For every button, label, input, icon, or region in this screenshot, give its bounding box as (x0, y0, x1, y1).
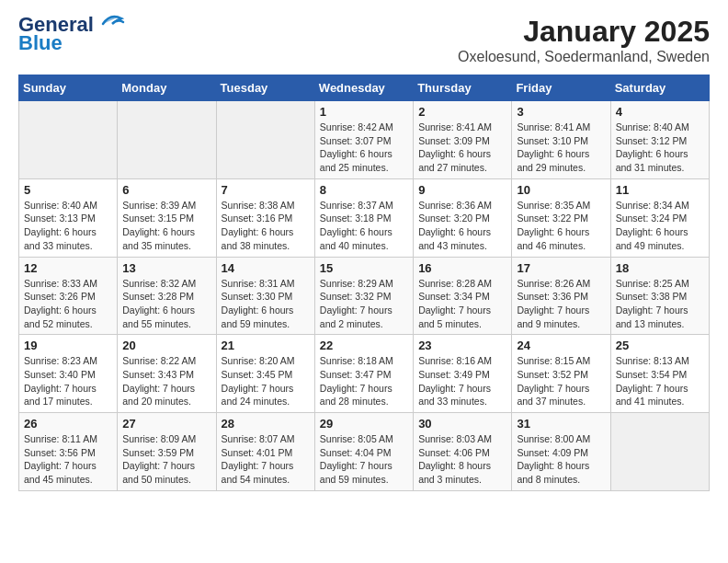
calendar-cell: 6Sunrise: 8:39 AM Sunset: 3:15 PM Daylig… (118, 178, 216, 257)
day-info: Sunrise: 8:25 AM Sunset: 3:38 PM Dayligh… (616, 277, 704, 331)
calendar-cell: 12Sunrise: 8:33 AM Sunset: 3:26 PM Dayli… (19, 257, 118, 335)
day-number: 4 (616, 105, 704, 119)
calendar-cell: 18Sunrise: 8:25 AM Sunset: 3:38 PM Dayli… (610, 257, 709, 335)
day-number: 30 (418, 417, 506, 431)
calendar-week-3: 12Sunrise: 8:33 AM Sunset: 3:26 PM Dayli… (19, 257, 710, 335)
day-info: Sunrise: 8:23 AM Sunset: 3:40 PM Dayligh… (24, 354, 112, 408)
calendar-cell: 23Sunrise: 8:16 AM Sunset: 3:49 PM Dayli… (414, 335, 512, 413)
calendar-week-1: 1Sunrise: 8:42 AM Sunset: 3:07 PM Daylig… (19, 101, 710, 179)
day-number: 26 (24, 417, 112, 431)
page-title: January 2025 (458, 15, 710, 49)
day-info: Sunrise: 8:34 AM Sunset: 3:24 PM Dayligh… (616, 199, 704, 253)
day-number: 6 (122, 183, 210, 197)
calendar-week-2: 5Sunrise: 8:40 AM Sunset: 3:13 PM Daylig… (19, 178, 710, 257)
day-info: Sunrise: 8:28 AM Sunset: 3:34 PM Dayligh… (418, 277, 506, 331)
weekday-header-thursday: Thursday (414, 75, 512, 101)
day-info: Sunrise: 8:20 AM Sunset: 3:45 PM Dayligh… (222, 354, 310, 408)
day-info: Sunrise: 8:32 AM Sunset: 3:28 PM Dayligh… (122, 277, 210, 331)
calendar-week-5: 26Sunrise: 8:11 AM Sunset: 3:56 PM Dayli… (19, 413, 710, 491)
page-subtitle: Oxeloesund, Soedermanland, Sweden (458, 49, 710, 65)
day-info: Sunrise: 8:42 AM Sunset: 3:07 PM Dayligh… (320, 121, 408, 175)
day-number: 8 (320, 183, 408, 197)
weekday-header-tuesday: Tuesday (216, 75, 314, 101)
day-info: Sunrise: 8:41 AM Sunset: 3:10 PM Dayligh… (517, 121, 605, 175)
day-number: 14 (222, 261, 310, 275)
day-number: 13 (122, 261, 210, 275)
day-info: Sunrise: 8:09 AM Sunset: 3:59 PM Dayligh… (122, 432, 210, 487)
day-info: Sunrise: 8:35 AM Sunset: 3:22 PM Dayligh… (517, 199, 605, 253)
day-number: 27 (122, 417, 210, 431)
day-info: Sunrise: 8:13 AM Sunset: 3:54 PM Dayligh… (616, 354, 704, 408)
day-number: 5 (24, 183, 112, 197)
day-number: 2 (418, 105, 506, 119)
calendar-cell: 25Sunrise: 8:13 AM Sunset: 3:54 PM Dayli… (610, 335, 709, 413)
title-area: January 2025 Oxeloesund, Soedermanland, … (458, 15, 710, 65)
day-number: 31 (517, 417, 605, 431)
day-info: Sunrise: 8:05 AM Sunset: 4:04 PM Dayligh… (320, 432, 408, 487)
day-number: 23 (418, 339, 506, 352)
day-info: Sunrise: 8:00 AM Sunset: 4:09 PM Dayligh… (517, 432, 605, 487)
day-info: Sunrise: 8:15 AM Sunset: 3:52 PM Dayligh… (517, 354, 605, 408)
calendar-cell: 7Sunrise: 8:38 AM Sunset: 3:16 PM Daylig… (216, 178, 314, 257)
day-number: 17 (517, 261, 605, 275)
day-number: 11 (616, 183, 704, 197)
logo: General Blue (18, 15, 125, 55)
calendar-cell: 29Sunrise: 8:05 AM Sunset: 4:04 PM Dayli… (314, 413, 413, 491)
calendar-cell: 8Sunrise: 8:37 AM Sunset: 3:18 PM Daylig… (314, 178, 413, 257)
day-number: 18 (616, 261, 704, 275)
calendar-cell: 26Sunrise: 8:11 AM Sunset: 3:56 PM Dayli… (19, 413, 118, 491)
calendar-cell: 19Sunrise: 8:23 AM Sunset: 3:40 PM Dayli… (19, 335, 118, 413)
calendar-cell (610, 413, 709, 491)
weekday-header-row: SundayMondayTuesdayWednesdayThursdayFrid… (19, 75, 710, 101)
day-number: 3 (517, 105, 605, 119)
calendar-cell: 17Sunrise: 8:26 AM Sunset: 3:36 PM Dayli… (512, 257, 610, 335)
day-number: 7 (222, 183, 310, 197)
day-number: 25 (616, 339, 704, 352)
calendar-cell: 22Sunrise: 8:18 AM Sunset: 3:47 PM Dayli… (314, 335, 413, 413)
weekday-header-wednesday: Wednesday (314, 75, 413, 101)
logo-bird-icon (96, 11, 125, 31)
day-info: Sunrise: 8:03 AM Sunset: 4:06 PM Dayligh… (418, 432, 506, 487)
day-info: Sunrise: 8:29 AM Sunset: 3:32 PM Dayligh… (320, 277, 408, 331)
calendar-cell: 2Sunrise: 8:41 AM Sunset: 3:09 PM Daylig… (414, 101, 512, 179)
day-number: 10 (517, 183, 605, 197)
calendar-cell: 16Sunrise: 8:28 AM Sunset: 3:34 PM Dayli… (414, 257, 512, 335)
logo-blue-text: Blue (18, 31, 63, 55)
calendar-cell (118, 101, 216, 179)
day-info: Sunrise: 8:26 AM Sunset: 3:36 PM Dayligh… (517, 277, 605, 331)
day-number: 19 (24, 339, 112, 352)
calendar-table: SundayMondayTuesdayWednesdayThursdayFrid… (18, 75, 710, 491)
calendar-cell: 1Sunrise: 8:42 AM Sunset: 3:07 PM Daylig… (314, 101, 413, 179)
calendar-cell: 24Sunrise: 8:15 AM Sunset: 3:52 PM Dayli… (512, 335, 610, 413)
day-number: 1 (320, 105, 408, 119)
day-number: 16 (418, 261, 506, 275)
day-number: 15 (320, 261, 408, 275)
calendar-cell: 5Sunrise: 8:40 AM Sunset: 3:13 PM Daylig… (19, 178, 118, 257)
calendar-week-4: 19Sunrise: 8:23 AM Sunset: 3:40 PM Dayli… (19, 335, 710, 413)
day-info: Sunrise: 8:39 AM Sunset: 3:15 PM Dayligh… (122, 199, 210, 253)
calendar-cell: 11Sunrise: 8:34 AM Sunset: 3:24 PM Dayli… (610, 178, 709, 257)
calendar-cell: 27Sunrise: 8:09 AM Sunset: 3:59 PM Dayli… (118, 413, 216, 491)
calendar-cell: 3Sunrise: 8:41 AM Sunset: 3:10 PM Daylig… (512, 101, 610, 179)
weekday-header-sunday: Sunday (19, 75, 118, 101)
calendar-cell: 20Sunrise: 8:22 AM Sunset: 3:43 PM Dayli… (118, 335, 216, 413)
day-info: Sunrise: 8:41 AM Sunset: 3:09 PM Dayligh… (418, 121, 506, 175)
day-number: 21 (222, 339, 310, 352)
day-info: Sunrise: 8:40 AM Sunset: 3:13 PM Dayligh… (24, 199, 112, 253)
day-info: Sunrise: 8:11 AM Sunset: 3:56 PM Dayligh… (24, 432, 112, 487)
day-number: 29 (320, 417, 408, 431)
weekday-header-monday: Monday (118, 75, 216, 101)
calendar-cell (19, 101, 118, 179)
weekday-header-saturday: Saturday (610, 75, 709, 101)
day-number: 24 (517, 339, 605, 352)
day-number: 28 (222, 417, 310, 431)
calendar-cell: 10Sunrise: 8:35 AM Sunset: 3:22 PM Dayli… (512, 178, 610, 257)
calendar-cell: 30Sunrise: 8:03 AM Sunset: 4:06 PM Dayli… (414, 413, 512, 491)
day-info: Sunrise: 8:22 AM Sunset: 3:43 PM Dayligh… (122, 354, 210, 408)
day-info: Sunrise: 8:40 AM Sunset: 3:12 PM Dayligh… (616, 121, 704, 175)
day-info: Sunrise: 8:37 AM Sunset: 3:18 PM Dayligh… (320, 199, 408, 253)
calendar-cell: 15Sunrise: 8:29 AM Sunset: 3:32 PM Dayli… (314, 257, 413, 335)
day-info: Sunrise: 8:07 AM Sunset: 4:01 PM Dayligh… (222, 432, 310, 487)
page-header: General Blue January 2025 Oxeloesund, So… (18, 15, 710, 65)
day-info: Sunrise: 8:31 AM Sunset: 3:30 PM Dayligh… (222, 277, 310, 331)
